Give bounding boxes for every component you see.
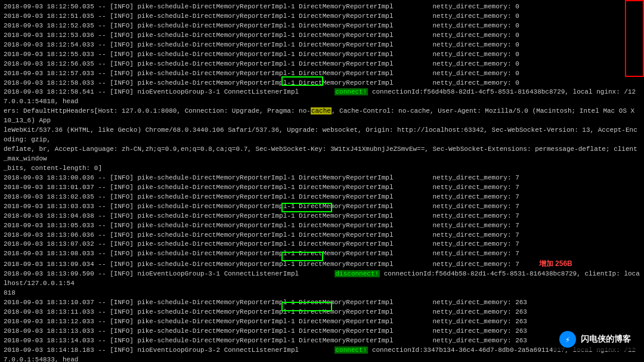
log-line: 2018-09-03 18:13:03.033 -- [INFO] pike-s… xyxy=(4,202,640,212)
log-line: 2018-09-03 18:12:55.033 -- [INFO] pike-s… xyxy=(4,50,640,60)
lightning-icon: ⚡ xyxy=(565,335,570,345)
log-line: 2018-09-03 18:13:14.033 -- [INFO] pike-s… xyxy=(4,336,640,346)
log-line: 2018-09-03 18:13:00.036 -- [INFO] pike-s… xyxy=(4,174,640,183)
log-line: 2018-09-03 18:13:01.037 -- [INFO] pike-s… xyxy=(4,183,640,193)
watermark: ⚡ 闪电侠的博客 xyxy=(552,327,638,351)
log-line: 2018-09-03 18:13:09.034 -- [INFO] pike-s… xyxy=(4,259,640,270)
watermark-text: 闪电侠的博客 xyxy=(581,334,631,345)
log-line: 2018-09-03 18:12:57.033 -- [INFO] pike-s… xyxy=(4,69,640,79)
connect-badge-1: connect! xyxy=(335,88,369,95)
log-line: 2018-09-03 18:13:13.033 -- [INFO] pike-s… xyxy=(4,327,640,336)
log-line: 2018-09-03 18:13:02.035 -- [INFO] pike-s… xyxy=(4,193,640,202)
annotation-256b-1: 增加 256B xyxy=(539,259,572,268)
log-line: 2018-09-03 18:13:07.032 -- [INFO] pike-s… xyxy=(4,240,640,249)
disconnect-badge-1: disconnect! xyxy=(335,270,380,277)
terminal: 2018-09-03 18:12:50.035 -- [INFO] pike-s… xyxy=(0,0,644,362)
log-line: 2018-09-03 18:12:50.035 -- [INFO] pike-s… xyxy=(4,2,640,12)
log-line: 2018-09-03 18:13:10.037 -- [INFO] pike-s… xyxy=(4,298,640,308)
connect-badge-2: connect! xyxy=(335,346,369,354)
log-line: 2018-09-03 18:13:05.033 -- [INFO] pike-s… xyxy=(4,221,640,231)
log-line: 2018-09-03 18:12:58.033 -- [INFO] pike-s… xyxy=(4,79,640,88)
log-line: 2018-09-03 18:13:04.038 -- [INFO] pike-s… xyxy=(4,212,640,221)
log-line: 2018-09-03 18:12:56.035 -- [INFO] pike-s… xyxy=(4,60,640,69)
connect-line-2: 2018-09-03 18:14:18.183 -- [INFO] nioEve… xyxy=(4,346,640,362)
log-line: 2018-09-03 18:12:52.035 -- [INFO] pike-s… xyxy=(4,21,640,31)
disconnect-line-1: 2018-09-03 18:13:09.590 -- [INFO] nioEve… xyxy=(4,270,640,298)
log-line: 2018-09-03 18:13:12.033 -- [INFO] pike-s… xyxy=(4,317,640,327)
log-line: 2018-09-03 18:12:53.036 -- [INFO] pike-s… xyxy=(4,31,640,41)
cache-highlight: cache xyxy=(311,107,332,115)
log-line: 2018-09-03 18:13:08.033 -- [INFO] pike-s… xyxy=(4,249,640,259)
log-line: 2018-09-03 18:12:54.033 -- [INFO] pike-s… xyxy=(4,41,640,50)
watermark-icon: ⚡ xyxy=(559,331,576,348)
log-line: 2018-09-03 18:13:11.033 -- [INFO] pike-s… xyxy=(4,308,640,317)
log-line: 2018-09-03 18:12:51.035 -- [INFO] pike-s… xyxy=(4,12,640,21)
connect-line-1: 2018-09-03 18:12:58.541 -- [INFO] nioEve… xyxy=(4,88,640,173)
log-line: 2018-09-03 18:13:06.036 -- [INFO] pike-s… xyxy=(4,231,640,240)
